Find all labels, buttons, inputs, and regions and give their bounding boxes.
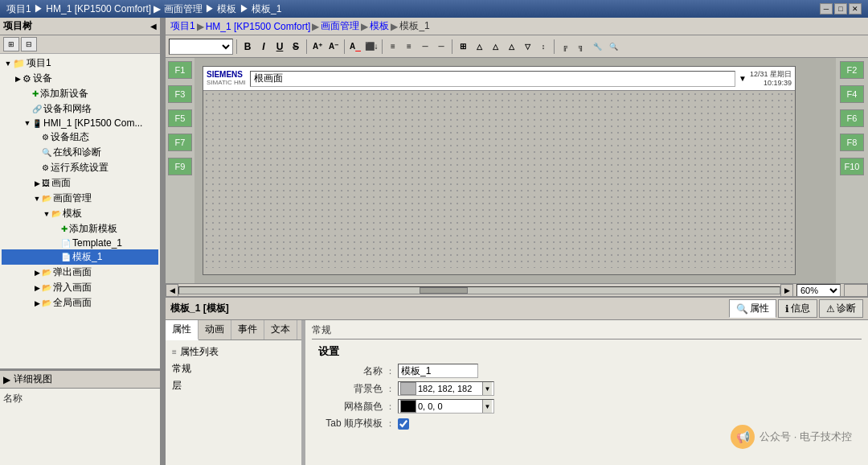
up-btn[interactable]: △ (472, 39, 486, 54)
italic-btn[interactable]: I (256, 39, 271, 54)
align-center-btn[interactable]: ≡ (402, 39, 416, 54)
fn-f9-btn[interactable]: F9 (168, 158, 192, 175)
down-btn[interactable]: ▽ (520, 39, 534, 54)
bgcolor-dropdown[interactable]: 182, 182, 182 ▼ (398, 381, 494, 396)
fn-f7-btn[interactable]: F7 (168, 134, 192, 151)
fill-color-btn[interactable]: ⬛↓ (364, 39, 379, 54)
maximize-button[interactable]: □ (834, 3, 847, 14)
template-file-icon: 📄 (61, 239, 71, 248)
breadcrumb-sep-2: ▶ (361, 21, 368, 32)
tree-item-template-mb[interactable]: 📄 模板_1 (2, 249, 158, 265)
underline-btn[interactable]: U (272, 39, 287, 54)
props-section-title: 常规 (312, 323, 862, 339)
breadcrumb-item-0[interactable]: 项目1 (170, 19, 195, 33)
scroll-track[interactable] (178, 286, 780, 294)
name-label: 名称 (318, 364, 383, 378)
fn-f5-btn[interactable]: F5 (168, 109, 192, 127)
name-input[interactable] (398, 364, 478, 378)
expand-icon (51, 224, 61, 234)
tree-item-screen-mgmt[interactable]: ▼ 📂 画面管理 (2, 191, 158, 206)
props-tab-info[interactable]: ℹ 信息 (778, 299, 817, 318)
align-tl-btn[interactable]: ╔ (558, 39, 572, 54)
prop-tab-text[interactable]: 文本 (264, 320, 297, 339)
arrange-btn[interactable]: ⊞ (456, 39, 470, 54)
align-right-btn[interactable]: ─ (418, 39, 432, 54)
tree-item-templates[interactable]: ▼ 📂 模板 (2, 206, 158, 221)
tree-item-global-screen[interactable]: ▶ 📂 全局画面 (2, 295, 158, 311)
props-nav-layer[interactable]: 层 (169, 377, 298, 394)
align-dash-btn[interactable]: ─ (434, 39, 448, 54)
props-body: 属性 动画 事件 文本 ≡ 属性列表 常规 (166, 320, 868, 465)
props-nav-general[interactable]: 常规 (169, 360, 298, 377)
expand-icon: ▼ (42, 209, 51, 219)
close-button[interactable]: ✕ (849, 3, 862, 14)
up2-btn[interactable]: △ (488, 39, 502, 54)
canvas-area[interactable]: SIEMENS SIMATIC HMI ▼ 12/31 星期日10:19:39 (194, 58, 836, 283)
sidebar-header: 项目树 ◀ (0, 18, 160, 35)
tb-sep-4 (452, 39, 452, 54)
hmi-canvas[interactable] (203, 91, 795, 268)
bold-btn[interactable]: B (240, 39, 255, 54)
fn-f2-btn[interactable]: F2 (840, 61, 864, 79)
prop-tab-events[interactable]: 事件 (231, 320, 264, 339)
props-tab-diag[interactable]: ⚠ 诊断 (819, 299, 863, 318)
font-select[interactable] (169, 39, 233, 55)
taborder-checkbox[interactable] (398, 418, 409, 430)
sidebar-collapse-arrow[interactable]: ◀ (150, 22, 157, 31)
taborder-colon: ： (386, 418, 395, 430)
fn-f3-btn[interactable]: F3 (168, 85, 192, 103)
font-color-btn[interactable]: A_ (348, 39, 362, 54)
fn-f10-btn[interactable]: F10 (840, 158, 864, 175)
breadcrumb-sep-3: ▶ (391, 21, 398, 32)
gridcolor-dropdown-arrow[interactable]: ▼ (482, 400, 492, 413)
scroll-thumb[interactable] (420, 287, 468, 294)
tree-item-device-config[interactable]: ⚙ 设备组态 (2, 130, 158, 145)
prop-tab-attributes[interactable]: 属性 (166, 320, 199, 340)
align-tr-btn[interactable]: ╗ (574, 39, 588, 54)
updown-btn[interactable]: ↕ (536, 39, 551, 54)
minimize-button[interactable]: ─ (820, 3, 833, 14)
tree-item-online-diag[interactable]: 🔍 在线和诊断 (2, 145, 158, 160)
expand-icon: ▼ (23, 118, 32, 128)
zoom-out-btn[interactable]: 🔍 (606, 39, 620, 54)
gridcolor-dropdown[interactable]: 0, 0, 0 ▼ (398, 399, 494, 414)
breadcrumb-item-1[interactable]: HM_1 [KP1500 Comfort] (206, 21, 311, 32)
fn-f6-btn[interactable]: F6 (840, 109, 864, 127)
config-icon: ⚙ (42, 133, 49, 142)
prop-tab-animation[interactable]: 动画 (199, 320, 231, 339)
hmi-title-dropdown[interactable]: ▼ (739, 74, 747, 83)
font-size-increase-btn[interactable]: A⁺ (310, 39, 325, 54)
scroll-right-btn[interactable]: ▶ (780, 284, 793, 297)
props-nav-attr-list[interactable]: ≡ 属性列表 (169, 344, 298, 360)
tree-item-slidein[interactable]: ▶ 📂 滑入画面 (2, 280, 158, 295)
tree-item-add-device[interactable]: ✚ 添加新设备 (2, 86, 158, 101)
strikethrough-btn[interactable]: S (289, 39, 303, 54)
breadcrumb-item-3[interactable]: 模板 (370, 19, 389, 33)
tree-item-popup[interactable]: ▶ 📂 弹出画面 (2, 265, 158, 280)
tree-item-project[interactable]: ▼ 📁 项目1 (2, 56, 158, 71)
bgcolor-dropdown-arrow[interactable]: ▼ (482, 382, 492, 395)
tree-item-device-network[interactable]: 🔗 设备和网络 (2, 101, 158, 117)
breadcrumb-item-2[interactable]: 画面管理 (321, 19, 359, 33)
tree-item-device[interactable]: ▶ ⚙ 设备 (2, 71, 158, 86)
tree-item-screens[interactable]: ▶ 🖼 画面 (2, 175, 158, 191)
tool-btn[interactable]: 🔧 (590, 39, 604, 54)
sidebar-expand-btn[interactable]: ⊞ (3, 37, 19, 51)
sidebar-collapse-btn[interactable]: ⊟ (21, 37, 37, 51)
fn-f4-btn[interactable]: F4 (840, 85, 864, 103)
zoom-control: 60% 80% 100% 150% (793, 284, 844, 297)
fn-f1-btn[interactable]: F1 (168, 61, 192, 79)
props-form: 名称 ： 背景色 ： 182, 182, 182 ▼ (318, 364, 862, 430)
tree-item-template1[interactable]: 📄 Template_1 (2, 237, 158, 249)
align-left-btn[interactable]: ≡ (386, 39, 400, 54)
zoom-select[interactable]: 60% 80% 100% 150% (796, 284, 841, 297)
tree-item-hmi[interactable]: ▼ 📱 HMI_1 [KP1500 Com... (2, 117, 158, 130)
tree-item-add-template[interactable]: ✚ 添加新模板 (2, 221, 158, 237)
hmi-title-input[interactable] (250, 71, 735, 87)
font-size-decrease-btn[interactable]: A⁻ (326, 39, 341, 54)
fn-f8-btn[interactable]: F8 (840, 134, 864, 151)
scroll-left-btn[interactable]: ◀ (166, 284, 178, 297)
tree-item-runtime-settings[interactable]: ⚙ 运行系统设置 (2, 160, 158, 175)
up3-btn[interactable]: △ (504, 39, 518, 54)
props-tab-properties[interactable]: 🔍 属性 (729, 299, 776, 318)
